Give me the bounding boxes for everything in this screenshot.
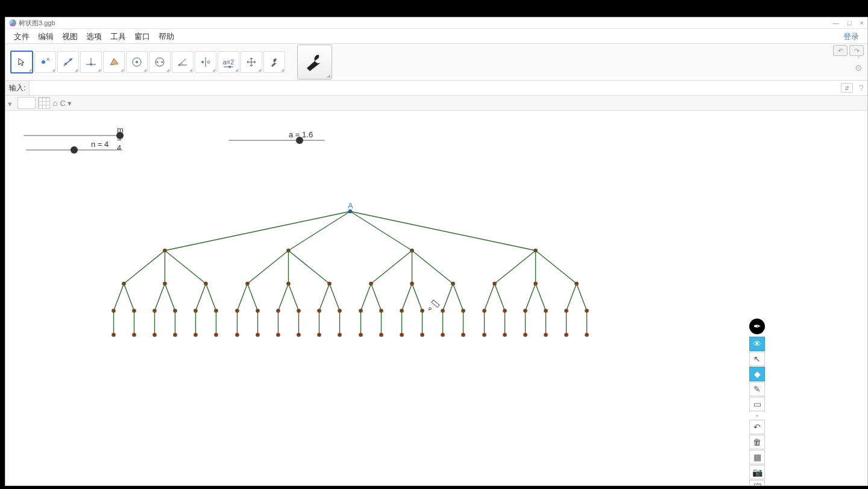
- cursor-arrow-icon: [17, 57, 27, 67]
- menu-help[interactable]: 帮助: [155, 30, 178, 43]
- svg-point-10: [136, 61, 138, 63]
- menu-tools[interactable]: 工具: [107, 30, 130, 43]
- view-drop-icon[interactable]: ▾: [8, 99, 15, 107]
- slider-tool[interactable]: a=2: [218, 51, 239, 73]
- grid-toggle[interactable]: [38, 97, 50, 109]
- svg-point-17: [207, 61, 210, 63]
- pointer-mode-button[interactable]: ↖: [749, 352, 765, 366]
- wrench-small-icon: [268, 56, 280, 68]
- wrench-icon: [303, 51, 326, 73]
- input-help-icon[interactable]: ?: [855, 83, 867, 93]
- home-view-button[interactable]: ⌂: [52, 98, 57, 108]
- palette-undo-button[interactable]: ↶: [749, 420, 765, 434]
- circle-icon: [131, 56, 143, 68]
- move-tool[interactable]: [10, 51, 33, 73]
- svg-point-3: [64, 63, 67, 65]
- svg-point-142: [523, 333, 527, 337]
- svg-point-128: [379, 333, 383, 337]
- app-logo-icon: [9, 19, 16, 26]
- svg-point-112: [214, 333, 218, 337]
- point-icon: A: [39, 56, 51, 68]
- svg-line-29: [124, 251, 165, 284]
- move-view-tool[interactable]: [241, 51, 262, 73]
- close-button[interactable]: ×: [860, 19, 864, 26]
- perpendicular-tool[interactable]: [80, 51, 102, 73]
- undo-button[interactable]: ↶: [833, 45, 848, 56]
- polygon-tool[interactable]: [103, 51, 125, 73]
- palette-trash-button[interactable]: 🗑: [749, 435, 765, 449]
- maximize-button[interactable]: □: [848, 19, 852, 26]
- highlighter-button[interactable]: ◆: [749, 367, 765, 381]
- angle-tool[interactable]: [172, 51, 193, 73]
- svg-line-35: [248, 251, 289, 284]
- svg-point-146: [564, 333, 568, 337]
- annotation-palette: ✒ 👁 ↖ ◆ ✎ ▭ • ↶ 🗑 ▦ 📷 📋: [749, 319, 765, 485]
- palette-camera-button[interactable]: 📷: [749, 465, 765, 479]
- svg-line-81: [402, 284, 412, 311]
- view-bar: ▾ ⌂ C ▾: [5, 96, 867, 111]
- svg-line-59: [165, 284, 175, 311]
- eraser-button[interactable]: ▭: [749, 397, 765, 411]
- command-input[interactable]: [30, 81, 841, 95]
- menu-options[interactable]: 选项: [83, 30, 105, 43]
- dot-sep: •: [750, 412, 764, 419]
- menu-view[interactable]: 视图: [58, 30, 81, 43]
- menu-window[interactable]: 窗口: [131, 30, 154, 43]
- svg-point-12: [157, 61, 159, 63]
- svg-point-148: [585, 333, 589, 337]
- point-capture-dropdown[interactable]: C ▾: [60, 99, 72, 108]
- svg-point-144: [544, 333, 548, 337]
- svg-line-99: [577, 284, 587, 311]
- ellipse-tool[interactable]: [149, 51, 171, 73]
- svg-line-75: [330, 284, 340, 311]
- svg-line-91: [495, 284, 505, 311]
- settings-tool[interactable]: [263, 51, 285, 73]
- point-tool[interactable]: A: [34, 51, 56, 73]
- svg-point-0: [42, 60, 45, 64]
- show-toggle-button[interactable]: 👁: [749, 337, 765, 351]
- svg-line-47: [495, 251, 536, 284]
- svg-point-138: [482, 333, 486, 337]
- svg-point-126: [359, 333, 363, 337]
- svg-point-106: [153, 333, 157, 337]
- svg-line-25: [350, 211, 412, 251]
- line-icon: [62, 56, 74, 68]
- angle-icon: [177, 56, 189, 68]
- palette-board-button[interactable]: ▦: [749, 450, 765, 464]
- svg-line-73: [319, 284, 330, 311]
- svg-line-83: [412, 284, 423, 311]
- active-big-tool[interactable]: [297, 45, 332, 79]
- redo-button[interactable]: ↷: [849, 45, 864, 56]
- login-link[interactable]: 登录: [840, 30, 863, 43]
- axes-toggle[interactable]: [17, 97, 36, 109]
- pencil-button[interactable]: ✎: [749, 382, 765, 396]
- svg-point-104: [132, 333, 136, 337]
- input-bar: 输入: ⇵ ?: [5, 81, 867, 96]
- menu-file[interactable]: 文件: [10, 30, 33, 43]
- svg-line-97: [567, 284, 577, 311]
- gear-icon[interactable]: ⚙: [855, 63, 863, 73]
- svg-point-13: [162, 61, 163, 63]
- svg-line-23: [289, 211, 351, 251]
- graphics-view[interactable]: m = 4 n = 4 a = 1.6 A: [5, 111, 867, 485]
- input-history-button[interactable]: ⇵: [841, 83, 853, 93]
- svg-point-116: [256, 333, 260, 337]
- circle-center-tool[interactable]: [126, 51, 148, 73]
- svg-line-61: [196, 284, 206, 311]
- svg-point-140: [503, 333, 507, 337]
- svg-line-51: [536, 251, 577, 284]
- line-tool[interactable]: [57, 51, 79, 73]
- palette-clipboard-button[interactable]: 📋: [749, 480, 765, 485]
- svg-text:A: A: [46, 57, 50, 62]
- menu-edit[interactable]: 编辑: [34, 30, 57, 43]
- pen-mode-button[interactable]: ✒: [749, 319, 765, 334]
- svg-point-110: [193, 333, 198, 337]
- svg-line-69: [278, 284, 289, 311]
- svg-line-63: [206, 284, 216, 311]
- slider-line-icon: [222, 64, 234, 69]
- svg-line-95: [536, 284, 546, 311]
- minimize-button[interactable]: —: [832, 19, 839, 26]
- reflect-tool[interactable]: [195, 51, 216, 73]
- window-controls: — □ ×: [832, 19, 864, 26]
- perpendicular-icon: [85, 56, 97, 68]
